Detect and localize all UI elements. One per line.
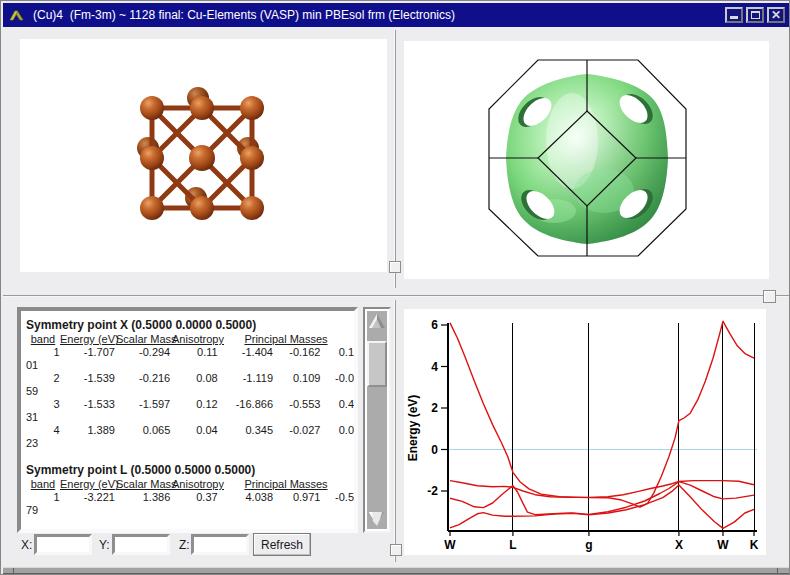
- cell-pm2: 0.109: [273, 372, 320, 385]
- window-resize-bar[interactable]: [3, 567, 789, 574]
- x-tick-label: K: [750, 538, 759, 552]
- cell-pm3: 0.4: [320, 398, 354, 411]
- cell-scalar-mass: -0.294: [115, 346, 170, 359]
- x-tick-label: L: [509, 538, 516, 552]
- cell-band: 3: [26, 398, 60, 411]
- cell-pm3-wrap: 31: [26, 411, 354, 424]
- scrollbar-thumb[interactable]: [367, 341, 387, 387]
- header-energy: Energy (eV): [60, 478, 116, 491]
- cell-pm3: -0.5: [320, 491, 354, 504]
- cell-energy: -1.533: [60, 398, 115, 411]
- cell-pm2: -0.027: [273, 424, 320, 437]
- copper-lattice-drawing: [20, 39, 387, 272]
- table-row: 1-3.2211.3860.374.0380.971-0.5: [26, 491, 354, 504]
- cell-anisotropy: 0.37: [170, 491, 217, 504]
- scroll-down-icon[interactable]: [367, 510, 387, 528]
- fermi-surface-drawing: [404, 41, 769, 279]
- band-d-flat: [450, 481, 754, 498]
- symmetry-point-title: Symmetry point X (0.5000 0.0000 0.5000): [26, 319, 354, 332]
- coordinate-input-row: X: Y: Z: Refresh: [1, 533, 401, 557]
- y-tick-label: 0: [431, 443, 438, 457]
- minimize-button[interactable]: [725, 7, 743, 23]
- header-energy: Energy (eV): [60, 333, 116, 346]
- cell-pm3-wrap: 01: [26, 359, 354, 372]
- cell-band: 2: [26, 372, 60, 385]
- cell-scalar-mass: -1.597: [115, 398, 170, 411]
- cell-band: 1: [26, 491, 60, 504]
- cell-anisotropy: 0.04: [170, 424, 217, 437]
- cell-pm1: -1.404: [218, 346, 273, 359]
- cell-energy: 1.389: [60, 424, 115, 437]
- cell-pm1: -16.866: [218, 398, 273, 411]
- effective-mass-panel[interactable]: Symmetry point X (0.5000 0.0000 0.5000)b…: [17, 307, 358, 533]
- vertical-splitter-bottom-handle[interactable]: [390, 544, 402, 556]
- x-tick-label: W: [717, 538, 729, 552]
- vertical-splitter-top-handle[interactable]: [389, 261, 401, 273]
- copper-atoms: [140, 96, 264, 220]
- header-band: band: [26, 333, 60, 346]
- cell-pm3-wrap: 79: [26, 504, 354, 517]
- window-title: (Cu)4 (Fm-3m) ~ 1128 final: Cu-Elements …: [33, 8, 455, 22]
- close-button[interactable]: ✕: [767, 7, 785, 23]
- cell-pm3: -0.0: [320, 372, 354, 385]
- scrollbar-trough[interactable]: [367, 311, 387, 529]
- y-axis-title: Energy (eV): [406, 395, 420, 462]
- cell-band: 1: [26, 346, 60, 359]
- horizontal-splitter[interactable]: [3, 295, 789, 297]
- fermi-surface-viewport[interactable]: [404, 41, 769, 279]
- header-anisotropy: Anisotropy: [172, 478, 220, 491]
- maximize-button[interactable]: [746, 7, 764, 23]
- refresh-button[interactable]: Refresh: [253, 533, 311, 556]
- cell-scalar-mass: 0.065: [115, 424, 170, 437]
- scroll-up-icon[interactable]: [367, 312, 387, 330]
- titlebar[interactable]: (Cu)4 (Fm-3m) ~ 1128 final: Cu-Elements …: [3, 3, 789, 27]
- app-window: (Cu)4 (Fm-3m) ~ 1128 final: Cu-Elements …: [0, 0, 790, 575]
- resize-notch-left: [13, 568, 14, 575]
- x-input[interactable]: [34, 534, 92, 555]
- cell-scalar-mass: 1.386: [115, 491, 170, 504]
- effective-mass-text: Symmetry point X (0.5000 0.0000 0.5000)b…: [21, 311, 354, 517]
- x-tick-label: X: [675, 538, 683, 552]
- y-input[interactable]: [112, 534, 170, 555]
- header-band: band: [26, 478, 60, 491]
- cell-energy: -1.707: [60, 346, 115, 359]
- table-row: 41.3890.0650.040.345-0.0270.0: [26, 424, 354, 437]
- cell-pm2: 0.971: [273, 491, 320, 504]
- vertical-splitter-top[interactable]: [394, 30, 396, 288]
- band-sp-free-electron: [450, 321, 754, 507]
- cell-pm3: 0.0: [320, 424, 354, 437]
- band-d-bottom: [450, 485, 754, 528]
- y-tick-label: 4: [431, 360, 438, 374]
- table-row: 2-1.539-0.2160.08-1.1190.109-0.0: [26, 372, 354, 385]
- header-scalar-mass: Scalar Mass: [116, 478, 172, 491]
- cell-anisotropy: 0.11: [170, 346, 217, 359]
- x-tick-label: W: [444, 538, 456, 552]
- symmetry-point-title: Symmetry point L (0.5000 0.5000 0.5000): [26, 464, 354, 477]
- app-lambda-icon: [8, 7, 26, 23]
- y-tick-label: -2: [427, 484, 438, 498]
- table-header-row: bandEnergy (eV)Scalar MassAnisotropyPrin…: [26, 333, 354, 346]
- close-icon: ✕: [771, 8, 781, 22]
- header-anisotropy: Anisotropy: [172, 333, 220, 346]
- crystal-structure-viewport[interactable]: [20, 39, 387, 272]
- x-tick-label: g: [585, 538, 592, 552]
- z-input[interactable]: [191, 534, 249, 555]
- vertical-splitter-bottom[interactable]: [394, 300, 396, 562]
- header-principal-masses: Principal Masses: [220, 333, 352, 346]
- cell-band: 4: [26, 424, 60, 437]
- band-structure-viewport[interactable]: 6420-2WLgXWKEnergy (eV): [404, 309, 766, 555]
- y-tick-label: 2: [431, 401, 438, 415]
- cell-pm1: 0.345: [218, 424, 273, 437]
- table-header-row: bandEnergy (eV)Scalar MassAnisotropyPrin…: [26, 478, 354, 491]
- cell-pm2: -0.162: [273, 346, 320, 359]
- horizontal-splitter-handle[interactable]: [763, 290, 776, 303]
- y-tick-label: 6: [431, 318, 438, 332]
- table-row: 3-1.533-1.5970.12-16.866-0.5530.4: [26, 398, 354, 411]
- x-label: X:: [21, 538, 32, 552]
- cell-pm1: 4.038: [218, 491, 273, 504]
- cell-pm3-wrap: 59: [26, 385, 354, 398]
- masses-scrollbar[interactable]: [363, 307, 391, 533]
- minimize-icon: [730, 16, 738, 19]
- cell-energy: -1.539: [60, 372, 115, 385]
- header-scalar-mass: Scalar Mass: [116, 333, 172, 346]
